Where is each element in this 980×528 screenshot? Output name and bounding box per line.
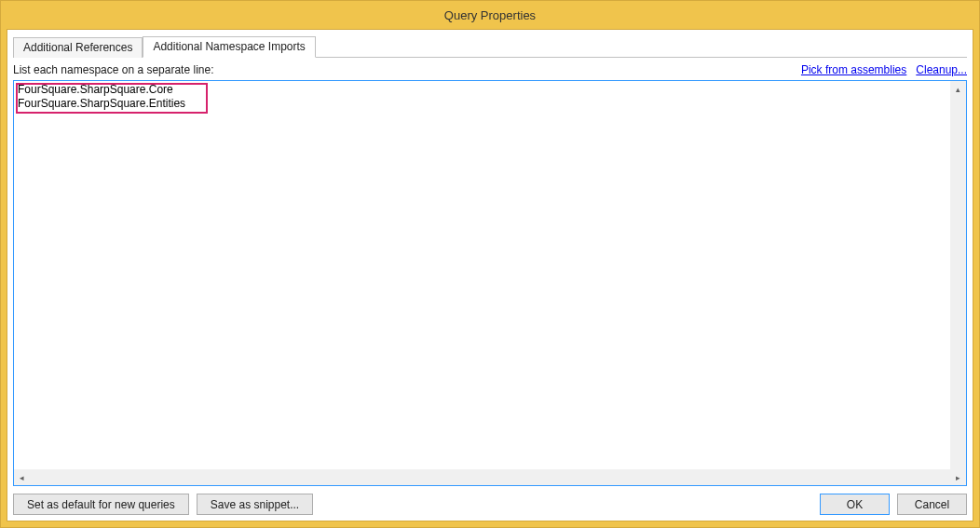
vertical-scrollbar[interactable]: ▴ <box>950 81 966 469</box>
button-group-right: OK Cancel <box>820 494 967 515</box>
tab-additional-references[interactable]: Additional References <box>13 37 143 58</box>
namespace-instruction-label: List each namespace on a separate line: <box>13 63 213 76</box>
link-group: Pick from assemblies Cleanup... <box>801 63 967 76</box>
namespace-textarea[interactable]: FourSquare.SharpSquare.Core FourSquare.S… <box>14 81 966 485</box>
scroll-right-icon[interactable]: ▸ <box>950 469 966 485</box>
button-group-left: Set as default for new queries Save as s… <box>13 494 313 515</box>
save-snippet-button[interactable]: Save as snippet... <box>197 494 313 515</box>
query-properties-window: Query Properties Additional References A… <box>0 0 980 528</box>
button-row: Set as default for new queries Save as s… <box>13 494 967 515</box>
scroll-left-icon[interactable]: ◂ <box>14 469 30 485</box>
namespace-text-content: FourSquare.SharpSquare.Core FourSquare.S… <box>18 83 185 111</box>
tab-additional-namespace-imports[interactable]: Additional Namespace Imports <box>143 36 315 58</box>
tabs-row: Additional References Additional Namespa… <box>13 35 967 58</box>
scroll-up-icon[interactable]: ▴ <box>950 81 966 97</box>
label-row: List each namespace on a separate line: … <box>13 63 967 76</box>
content-area: Additional References Additional Namespa… <box>7 29 973 521</box>
titlebar: Query Properties <box>1 1 979 29</box>
set-default-button[interactable]: Set as default for new queries <box>13 494 189 515</box>
pick-from-assemblies-link[interactable]: Pick from assemblies <box>801 63 906 76</box>
cleanup-link[interactable]: Cleanup... <box>916 63 967 76</box>
horizontal-scrollbar[interactable]: ◂ ▸ <box>14 469 966 485</box>
namespace-textarea-container: FourSquare.SharpSquare.Core FourSquare.S… <box>13 80 967 486</box>
window-title: Query Properties <box>444 8 536 22</box>
ok-button[interactable]: OK <box>820 494 890 515</box>
cancel-button[interactable]: Cancel <box>897 494 967 515</box>
